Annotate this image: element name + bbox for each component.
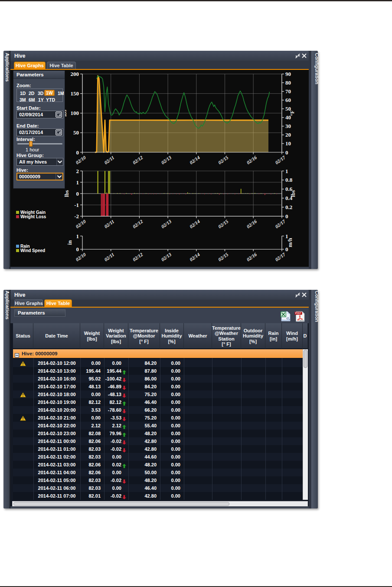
svg-text:Adobe: Adobe [300, 320, 304, 321]
svg-text:02/10: 02/10 [75, 252, 87, 262]
svg-text:m/h: m/h [287, 238, 293, 247]
svg-text:80: 80 [285, 79, 291, 86]
svg-text:0: 0 [76, 190, 79, 197]
svg-text:02/14: 02/14 [189, 219, 201, 230]
svg-text:02/17: 02/17 [274, 219, 286, 230]
svg-text:02/17: 02/17 [274, 154, 286, 165]
svg-text:60: 60 [285, 97, 291, 103]
svg-text:1: 1 [285, 168, 288, 174]
svg-text:0.8: 0.8 [285, 177, 293, 183]
svg-text:in: in [66, 240, 73, 245]
svg-text:lbs: lbs [290, 190, 296, 197]
svg-text:0: 0 [76, 149, 79, 156]
svg-text:02/11: 02/11 [103, 219, 115, 229]
svg-text:20: 20 [285, 131, 291, 138]
svg-text:-1: -1 [74, 202, 79, 208]
svg-text:lbs: lbs [63, 190, 70, 197]
svg-text:02/16: 02/16 [246, 219, 258, 230]
svg-text:100: 100 [71, 110, 79, 116]
svg-text:50: 50 [73, 129, 79, 136]
svg-text:a,: a, [286, 315, 290, 320]
svg-text:2: 2 [76, 168, 79, 174]
svg-text:02/14: 02/14 [189, 252, 201, 262]
svg-text:02/15: 02/15 [217, 219, 229, 230]
svg-text:02/16: 02/16 [246, 154, 258, 165]
svg-text:30: 30 [285, 123, 291, 129]
svg-text:1: 1 [76, 179, 79, 186]
svg-text:02/12: 02/12 [132, 252, 144, 262]
svg-text:02/17: 02/17 [274, 252, 286, 262]
svg-text:02/15: 02/15 [217, 154, 229, 165]
svg-text:0.2: 0.2 [285, 204, 292, 210]
svg-text:0: 0 [76, 246, 79, 253]
svg-text:02/10: 02/10 [75, 219, 87, 230]
svg-text:0: 0 [285, 213, 288, 220]
svg-text:02/13: 02/13 [160, 219, 172, 230]
svg-text:70: 70 [285, 88, 291, 95]
svg-text:1: 1 [76, 233, 79, 239]
svg-text:0: 0 [285, 149, 288, 156]
svg-text:02/11: 02/11 [103, 252, 115, 262]
svg-text:02/16: 02/16 [246, 252, 258, 262]
svg-text:°F: °F [289, 110, 295, 116]
svg-text:150: 150 [71, 90, 79, 97]
svg-text:PDF: PDF [295, 312, 301, 315]
svg-text:02/14: 02/14 [189, 154, 201, 165]
svg-text:02/15: 02/15 [217, 252, 229, 262]
svg-text:200: 200 [71, 71, 79, 77]
svg-text:02/10: 02/10 [75, 154, 87, 165]
svg-text:90: 90 [285, 71, 291, 77]
svg-text:10: 10 [285, 140, 291, 147]
svg-text:-2: -2 [74, 213, 79, 220]
svg-text:02/13: 02/13 [160, 154, 172, 165]
svg-text:02/12: 02/12 [132, 154, 144, 165]
svg-text:02/11: 02/11 [103, 155, 115, 165]
svg-text:02/13: 02/13 [160, 252, 172, 262]
svg-text:02/12: 02/12 [132, 219, 144, 230]
